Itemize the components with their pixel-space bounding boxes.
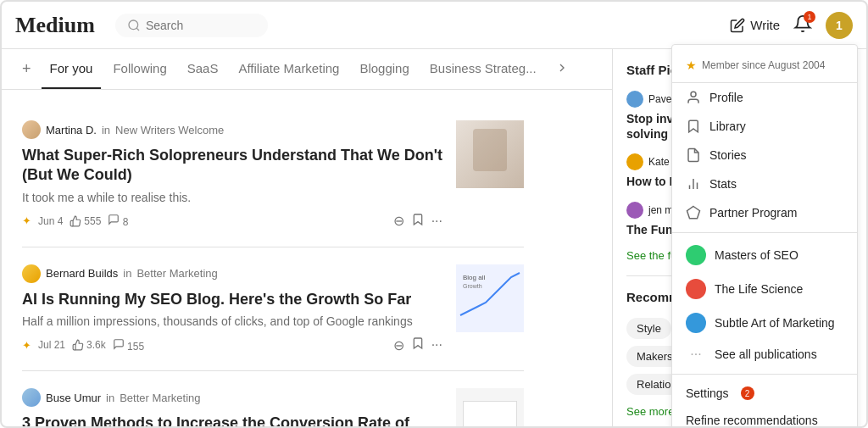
- tab-business-strategy[interactable]: Business Strateg...: [421, 49, 545, 89]
- article-3-content: Buse Umur in Better Marketing 3 Proven M…: [22, 388, 442, 426]
- member-badge: ★ Member since August 2004: [672, 52, 857, 83]
- article-1-footer: ✦ Jun 4 555 8: [22, 213, 442, 230]
- article-2-thumb[interactable]: Blog all Growth: [456, 264, 524, 332]
- add-tab-button[interactable]: +: [22, 60, 31, 78]
- boost-icon-2: ✦: [22, 339, 31, 352]
- article-1-author[interactable]: Martina D.: [46, 124, 97, 136]
- article-1-content: Martina D. in New Writers Welcome What S…: [22, 120, 442, 230]
- mute-button-2[interactable]: ⊖: [393, 337, 404, 353]
- article-1-meta: Martina D. in New Writers Welcome: [22, 120, 442, 139]
- tabs: + For you Following SaaS Affiliate Marke…: [2, 49, 612, 90]
- tab-blogging[interactable]: Blogging: [351, 49, 417, 89]
- refine-label: Refine recommendations: [686, 414, 818, 426]
- menu-pub-subtle[interactable]: Subtle Art of Marketing: [672, 306, 857, 340]
- avatar[interactable]: 1: [826, 12, 853, 39]
- article-1-publication[interactable]: New Writers Welcome: [115, 124, 224, 136]
- menu-pub-masters[interactable]: Masters of SEO: [672, 238, 857, 272]
- article-2-subtitle: Half a million impressions, thousands of…: [22, 314, 442, 328]
- article-3: Buse Umur in Better Marketing 3 Proven M…: [22, 371, 524, 426]
- article-2-in: in: [123, 267, 131, 280]
- settings-label: Settings: [686, 386, 729, 400]
- menu-item-stats[interactable]: Stats: [672, 170, 857, 198]
- article-2-meta: Bernard Builds in Better Marketing: [22, 264, 442, 283]
- tabs-scroll-right[interactable]: [555, 61, 569, 77]
- stats-icon: [686, 176, 701, 192]
- article-1-actions: ⊖ ···: [393, 213, 442, 230]
- dots-icon: ···: [686, 347, 706, 362]
- life-science-label: The Life Science: [715, 282, 803, 296]
- stories-label: Stories: [709, 148, 747, 162]
- diamond-icon: [686, 205, 701, 220]
- article-2-title[interactable]: AI Is Running My SEO Blog. Here's the Gr…: [22, 290, 442, 309]
- save-button-2[interactable]: [411, 336, 425, 353]
- write-button[interactable]: Write: [730, 18, 780, 33]
- menu-item-partner[interactable]: Partner Program: [672, 198, 857, 227]
- menu-see-all-pubs[interactable]: ··· See all publications: [672, 340, 857, 369]
- masters-seo-icon: [686, 245, 706, 265]
- menu-item-library[interactable]: Library: [672, 112, 857, 141]
- dropdown-menu: ★ Member since August 2004 Profile Libra…: [671, 49, 858, 426]
- article-3-thumb[interactable]: [456, 388, 524, 426]
- article-3-author[interactable]: Buse Umur: [46, 392, 101, 404]
- article-1-date: Jun 4: [38, 215, 63, 227]
- svg-text:Blog all: Blog all: [463, 274, 485, 281]
- svg-marker-9: [687, 207, 700, 219]
- notification-icon[interactable]: 1: [793, 14, 812, 36]
- body: + For you Following SaaS Affiliate Marke…: [2, 49, 866, 426]
- stats-label: Stats: [709, 177, 737, 191]
- subtle-art-icon: [686, 313, 706, 333]
- edit-icon: [730, 18, 745, 33]
- see-all-pubs-label: See all publications: [715, 347, 817, 361]
- save-button[interactable]: [411, 213, 425, 230]
- search-input[interactable]: [146, 19, 248, 32]
- profile-label: Profile: [709, 91, 743, 104]
- tab-for-you[interactable]: For you: [42, 49, 102, 89]
- more-button[interactable]: ···: [431, 214, 442, 229]
- article-1-title[interactable]: What Super-Rich Solopreneurs Understand …: [22, 146, 442, 186]
- menu-refine[interactable]: Refine recommendations: [672, 407, 857, 426]
- settings-badge: 2: [741, 386, 754, 400]
- member-star-icon: ★: [686, 58, 697, 72]
- more-button-2[interactable]: ···: [431, 337, 442, 353]
- bookmark-icon: [686, 119, 701, 134]
- mute-button[interactable]: ⊖: [393, 213, 404, 229]
- subtle-art-label: Subtle Art of Marketing: [715, 316, 835, 330]
- write-label: Write: [750, 18, 780, 32]
- pick-1-avatar: [626, 91, 643, 108]
- article-3-publication[interactable]: Better Marketing: [120, 392, 200, 404]
- tab-affiliate-marketing[interactable]: Affiliate Marketing: [230, 49, 348, 89]
- article-1-subtitle: It took me a while to realise this.: [22, 191, 442, 204]
- article-2-publication[interactable]: Better Marketing: [136, 267, 217, 280]
- svg-point-5: [691, 92, 696, 97]
- notification-badge: 1: [804, 11, 815, 23]
- masters-seo-label: Masters of SEO: [715, 248, 798, 262]
- article-3-title[interactable]: 3 Proven Methods to Increase the Convers…: [22, 414, 442, 426]
- header: Medium Write 1 1: [2, 2, 866, 49]
- article-1-claps: 555: [70, 215, 101, 227]
- article-2-author-avatar: [22, 264, 41, 283]
- tab-following[interactable]: Following: [104, 49, 175, 89]
- search-bar[interactable]: [115, 14, 268, 37]
- pick-3-avatar: [626, 202, 643, 219]
- article-1-thumb[interactable]: [456, 120, 524, 188]
- article-1: Martina D. in New Writers Welcome What S…: [22, 103, 524, 247]
- svg-text:Growth: Growth: [463, 283, 482, 289]
- article-1-author-avatar: [22, 120, 41, 139]
- menu-settings[interactable]: Settings 2: [672, 380, 857, 407]
- menu-pub-lifescience[interactable]: The Life Science: [672, 272, 857, 306]
- header-right: Write 1 1: [730, 12, 853, 39]
- menu-item-profile[interactable]: Profile: [672, 83, 857, 112]
- article-1-comments: 8: [108, 214, 128, 228]
- menu-item-stories[interactable]: Stories: [672, 141, 857, 170]
- boost-icon: ✦: [22, 214, 31, 227]
- search-icon: [127, 19, 141, 32]
- svg-point-0: [129, 20, 138, 30]
- article-2-author[interactable]: Bernard Builds: [46, 267, 118, 280]
- partner-label: Partner Program: [709, 206, 797, 220]
- document-icon: [686, 147, 701, 163]
- topic-style[interactable]: Style: [626, 318, 671, 339]
- article-1-in: in: [102, 124, 110, 136]
- logo: Medium: [15, 13, 95, 38]
- article-2-claps: 3.6k: [72, 339, 106, 351]
- tab-saas[interactable]: SaaS: [179, 49, 227, 89]
